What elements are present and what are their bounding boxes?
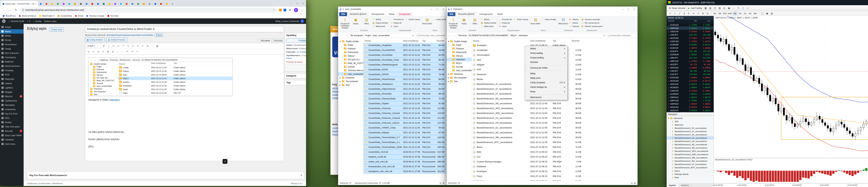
tool-trendline-button[interactable]: ╱ (677, 11, 682, 15)
bookmark-item[interactable]: MetaTrader 4 (39, 15, 55, 17)
market-watch-row[interactable]: ▼GBPNZD1.989301.98964 (666, 102, 714, 106)
add-form-button[interactable]: ▤Dodaj formularz (106, 38, 127, 42)
sidebar-item-wpisy[interactable]: Wpisy (0, 29, 24, 34)
historia-button[interactable]: ↺Historia (569, 25, 579, 28)
file-row[interactable]: ◆Bears2021-07-13 09:15Plik EX411 KB (472, 145, 638, 150)
breadcrumb-item[interactable]: MQL4 (510, 34, 517, 37)
align-left-button[interactable]: ≡ (126, 44, 130, 48)
back-icon[interactable]: ← (2, 8, 6, 11)
usu--button[interactable]: ✕Usuń (498, 25, 512, 28)
market-watch-row[interactable]: ▲GBPJPY153.010153.036 (666, 56, 714, 60)
extension-icon[interactable] (279, 9, 282, 11)
wp-user-avatar[interactable]: Ł (301, 20, 304, 23)
market-watch-row[interactable]: ▼EURCHF1.084701.08486 (666, 46, 714, 49)
nav-item-technika-mierzenia[interactable]: Technika Mierzenia (338, 69, 363, 72)
file-row[interactable]: ◆ClusterDelta_#AvgDelta2021-10-13 11:42P… (364, 43, 446, 48)
browse-revisions-link[interactable]: Przeglądaj (300, 51, 306, 53)
nav-item-moje-88-21007767[interactable]: Moje_88_21007767 (338, 61, 363, 65)
navigator-item[interactable]: ƒBandsDimension1_M15_secondstone (666, 149, 714, 153)
categories-box[interactable]: Kategorie (285, 73, 306, 78)
align-center-button[interactable]: ≡ (131, 44, 135, 48)
browser-tab[interactable] (78, 1, 84, 7)
bookmark-item[interactable]: YouTube (107, 15, 118, 17)
file-row[interactable]: ◆Fractals2021-07-13 09:15Plik EX412 KB (472, 179, 638, 181)
nav-item-ten-komputer[interactable]: ▸Ten komputer (338, 79, 363, 83)
back-icon[interactable]: ← (448, 34, 450, 37)
timeframe-m30-button[interactable]: M30 (728, 12, 732, 15)
navigator-item[interactable]: ƒBollinger Bands (666, 173, 714, 176)
nav-item-mql4[interactable]: MQL4 (446, 61, 472, 65)
extension-icon[interactable] (283, 9, 286, 11)
breadcrumb-item[interactable]: D17B9E5F3CA0E5EC15FCA9A046B567 (469, 34, 508, 37)
wytnij-button[interactable]: ✂Wytnij (372, 18, 388, 21)
file-row[interactable]: ◆ClusterDelta_#DeltaHistogram2021-10-13 … (364, 62, 446, 67)
column-header-data-modyfikacji[interactable]: Data modyfikacji (402, 39, 421, 43)
nav-item-indicators[interactable]: Indicators (446, 58, 472, 61)
sidebar-item-u-ytkownicy[interactable]: Użytkownicy (0, 99, 24, 103)
sidebar-item-wtyczki[interactable]: Wtyczki4 (0, 94, 24, 99)
odwr-zaznaczenie-button[interactable]: ◩Odwróć zaznaczenie (581, 25, 602, 28)
market-watch-row[interactable]: ▲EURJPY130.186130.202 (666, 49, 714, 53)
column-header-rozmiar[interactable]: Rozmiar (571, 39, 583, 43)
navigator-item[interactable]: ƒBandsDimension1_M1_secondstone (666, 143, 714, 146)
toolbar-fullscreen-button[interactable]: □ (746, 6, 750, 10)
file-row[interactable]: ◆ClusterDelta_#DOM2021-10-13 11:42Plik E… (364, 67, 446, 72)
ribbon-tab-2[interactable]: Udostępnianie (477, 12, 495, 16)
timeframe-w1-button[interactable]: W1 (748, 12, 752, 15)
breadcrumb-item[interactable]: wazi_clusterdelta (373, 34, 390, 37)
nav-item-do-dysk-g-[interactable]: DO dysk (G:) (338, 58, 363, 61)
metabox-toggle-icon[interactable]: ▾ (301, 174, 302, 177)
wklej-skr-t-button[interactable]: ↗Wklej skrót (372, 25, 388, 28)
breadcrumb[interactable]: Terminal›D17B9E5F3CA0E5EC15FCA9A046B567›… (457, 33, 602, 38)
tool-arrow-tool-button[interactable]: ↗ (696, 11, 700, 15)
toolbar-profiles-button[interactable]: ▥ (708, 6, 712, 10)
address-bar[interactable]: tecknikprofit.pl/wp-admin/post.php?post=… (20, 7, 277, 13)
bookmark-item[interactable]: ClusterDelta (58, 15, 72, 17)
tool-zoom-in-button[interactable]: ⊕ (701, 11, 705, 15)
file-row[interactable]: ◆ClusterDelta_#SessionDelta2021-10-13 11… (364, 96, 446, 101)
context-menu-item-cofnij-usuwanie[interactable]: Cofnij UsuwanieCtrl+Z (525, 80, 567, 85)
market-watch-row[interactable]: ▼AUDCAD0.927500.92772 (666, 79, 714, 82)
up-icon[interactable]: ↑ (455, 34, 456, 37)
file-row[interactable]: ◆ClusterDelta_#VWAP_Chart2021-10-13 11:4… (364, 125, 446, 130)
market-watch-row[interactable]: ▲EURGBP0.850950.85111 (666, 43, 714, 46)
context-menu-item-udziel-dost-pu-do[interactable]: Udziel dostępu do▸ (525, 85, 567, 89)
zmie-nazw--button[interactable]: ✎Zmień nazwę (405, 18, 420, 21)
browser-tab[interactable] (61, 1, 66, 7)
file-row[interactable]: ◆BandsDimension1_H4_secondstone2021-10-1… (472, 120, 638, 125)
post-title-input[interactable] (85, 26, 284, 32)
w-a-ciwo-ci-button[interactable]: ☑Właściwości (558, 17, 568, 25)
sidebar-item-woocommerce[interactable]: WooCommerce (0, 64, 24, 68)
file-row[interactable]: ◆CCI2021-07-13 09:15Plik EX413 KB (472, 154, 638, 159)
file-row[interactable]: ◆ClusterDelta_#Volumes_vwSum2021-10-13 1… (364, 120, 446, 125)
permalink-link[interactable]: tecknikprofit.pl/instalacja-wskaznikow-c… (107, 34, 153, 36)
ribbon-tab-1[interactable]: Narzędzia główne (347, 12, 368, 16)
chart-area[interactable]: GBPUSD,H1 1.38590 1.38641 1.38575 1.3868… (714, 16, 868, 187)
market-watch-row[interactable]: ▲CADJPY88.59088.612 (666, 69, 714, 73)
file-row[interactable]: ◆BandsDimension1_D1_secondstone2021-10-1… (472, 125, 638, 130)
timeframe-h1-button[interactable]: H1 (733, 12, 737, 15)
underline-button[interactable]: U (86, 49, 91, 54)
browser-menu-icon[interactable]: ⋮ (300, 8, 304, 11)
file-row[interactable]: ◆ClusterDelta_#Imbalance2021-10-13 11:43… (364, 82, 446, 86)
numbered-list-button[interactable]: ≕ (116, 44, 121, 48)
pay-for-post-metabox[interactable]: Pay For Post with WooCommerce ▾ (27, 172, 304, 179)
nav-item-sie-[interactable]: ▸Sieć (338, 83, 363, 87)
nav-item-dokumenty[interactable]: Dokumenty (338, 50, 363, 54)
sidebar-item-titan-anti-spam[interactable]: Titan Anti-spam (0, 124, 24, 129)
breadcrumb-item[interactable]: Indicators (519, 34, 528, 37)
kopiuj-cie-k--button[interactable]: ▦Kopiuj ścieżkę (480, 21, 496, 25)
navigator-item[interactable]: ƒATR (666, 120, 714, 123)
ribbon-tab-2[interactable]: Udostępnianie (369, 12, 386, 16)
file-row[interactable]: ◆ClusterDelta_#DPOC2021-10-13 11:42Plik … (364, 72, 446, 77)
kopiuj-do-button[interactable]: ⇒Kopiuj do (390, 21, 404, 25)
preview-changes-button[interactable]: Podgląd zmian (286, 38, 306, 43)
file-row[interactable]: ◆ClusterDelta_#CumDelta2021-10-13 11:42P… (364, 53, 446, 58)
-atwy-dost-p-button[interactable]: ✓Łatwy dostęp (433, 18, 446, 21)
window-arrange-icon[interactable]: ▥ (770, 11, 774, 15)
file-row[interactable]: ◆ClusterDelta_#Splain2021-10-13 11:43Pli… (364, 101, 446, 106)
wklej-button[interactable]: ▤Wklej (362, 17, 372, 25)
nav-item-szybki-dost-p[interactable]: ▾Szybki dostęp (338, 39, 363, 43)
add-media-button[interactable]: ▣Dodaj medium (85, 38, 105, 42)
tool-text-label-button[interactable]: A (691, 11, 695, 15)
